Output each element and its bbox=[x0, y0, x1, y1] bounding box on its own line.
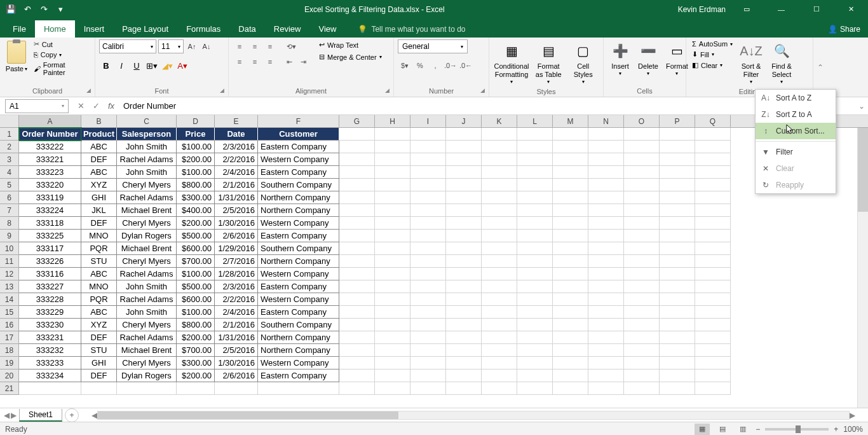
cell-K19[interactable] bbox=[482, 357, 517, 369]
formula-input[interactable]: Order Number bbox=[118, 101, 855, 111]
font-color-button[interactable]: A▾ bbox=[175, 59, 189, 72]
number-launcher[interactable]: ◢ bbox=[478, 86, 487, 95]
tab-insert[interactable]: Insert bbox=[75, 20, 114, 38]
hscroll-right[interactable]: ▶ bbox=[850, 411, 855, 420]
cell-J21[interactable] bbox=[446, 382, 482, 395]
cell-H14[interactable] bbox=[375, 293, 410, 306]
cell-B15[interactable]: ABC bbox=[81, 306, 117, 319]
cell-G7[interactable] bbox=[339, 204, 375, 217]
conditional-formatting-button[interactable]: ▦Conditional Formatting▾ bbox=[493, 39, 530, 86]
cell-M12[interactable] bbox=[553, 268, 588, 280]
cell-K8[interactable] bbox=[482, 217, 517, 230]
cell-D2[interactable]: $100.00 bbox=[177, 141, 215, 153]
clipboard-launcher[interactable]: ◢ bbox=[84, 86, 93, 95]
cell-L2[interactable] bbox=[517, 141, 553, 153]
cell-C2[interactable]: John Smith bbox=[117, 141, 177, 153]
cell-F10[interactable]: Southern Company bbox=[258, 242, 339, 255]
cell-J14[interactable] bbox=[446, 293, 482, 306]
cell-A6[interactable]: 333119 bbox=[19, 191, 81, 204]
menu-custom-sort[interactable]: ↕Custom Sort... bbox=[756, 123, 836, 139]
cell-Q3[interactable] bbox=[695, 153, 731, 166]
fill-color-button[interactable]: ◢▾ bbox=[160, 59, 174, 72]
cell-H2[interactable] bbox=[375, 141, 410, 153]
cell-J6[interactable] bbox=[446, 191, 482, 204]
cell-O1[interactable] bbox=[624, 128, 660, 141]
cell-I2[interactable] bbox=[410, 141, 446, 153]
column-header-I[interactable]: I bbox=[410, 115, 446, 127]
column-header-L[interactable]: L bbox=[517, 115, 553, 127]
cell-I21[interactable] bbox=[410, 382, 446, 395]
cell-F19[interactable]: Western Company bbox=[258, 357, 339, 369]
cell-L17[interactable] bbox=[517, 331, 553, 344]
cell-I13[interactable] bbox=[410, 280, 446, 293]
cell-M10[interactable] bbox=[553, 242, 588, 255]
row-header-5[interactable]: 5 bbox=[0, 179, 19, 191]
cell-P10[interactable] bbox=[660, 242, 695, 255]
cell-Q19[interactable] bbox=[695, 357, 731, 369]
cell-B18[interactable]: STU bbox=[81, 344, 117, 357]
cell-D4[interactable]: $100.00 bbox=[177, 166, 215, 179]
cell-J13[interactable] bbox=[446, 280, 482, 293]
cell-K9[interactable] bbox=[482, 230, 517, 242]
cell-H13[interactable] bbox=[375, 280, 410, 293]
cell-C9[interactable]: Dylan Rogers bbox=[117, 230, 177, 242]
cell-H11[interactable] bbox=[375, 255, 410, 268]
cell-B6[interactable]: GHI bbox=[81, 191, 117, 204]
column-header-M[interactable]: M bbox=[553, 115, 588, 127]
cell-A1[interactable]: Order Number bbox=[19, 128, 81, 141]
horizontal-scrollbar[interactable]: ◀ ▶ bbox=[92, 410, 855, 420]
cell-D5[interactable]: $800.00 bbox=[177, 179, 215, 191]
cell-J7[interactable] bbox=[446, 204, 482, 217]
cell-P11[interactable] bbox=[660, 255, 695, 268]
row-header-11[interactable]: 11 bbox=[0, 255, 19, 268]
hscroll-left[interactable]: ◀ bbox=[92, 411, 97, 420]
cell-C7[interactable]: Michael Brent bbox=[117, 204, 177, 217]
cell-G18[interactable] bbox=[339, 344, 375, 357]
cell-M8[interactable] bbox=[553, 217, 588, 230]
cell-L18[interactable] bbox=[517, 344, 553, 357]
cell-K4[interactable] bbox=[482, 166, 517, 179]
format-painter-button[interactable]: 🖌Format Painter bbox=[32, 60, 91, 77]
cell-F12[interactable]: Western Company bbox=[258, 268, 339, 280]
cell-O15[interactable] bbox=[624, 306, 660, 319]
cell-Q16[interactable] bbox=[695, 319, 731, 331]
cell-B2[interactable]: ABC bbox=[81, 141, 117, 153]
tab-review[interactable]: Review bbox=[265, 20, 310, 38]
cell-E17[interactable]: 1/31/2016 bbox=[215, 331, 258, 344]
cell-N11[interactable] bbox=[588, 255, 624, 268]
align-center-button[interactable]: ≡ bbox=[248, 55, 262, 69]
page-layout-view-button[interactable]: ▤ bbox=[715, 424, 730, 435]
cell-K17[interactable] bbox=[482, 331, 517, 344]
cell-F20[interactable]: Eastern Company bbox=[258, 369, 339, 382]
cell-G4[interactable] bbox=[339, 166, 375, 179]
cell-H1[interactable] bbox=[375, 128, 410, 141]
cell-C10[interactable]: Michael Brent bbox=[117, 242, 177, 255]
cell-F13[interactable]: Eastern Company bbox=[258, 280, 339, 293]
cell-F3[interactable]: Western Company bbox=[258, 153, 339, 166]
cell-N13[interactable] bbox=[588, 280, 624, 293]
cell-D8[interactable]: $200.00 bbox=[177, 217, 215, 230]
cell-I9[interactable] bbox=[410, 230, 446, 242]
cell-F14[interactable]: Western Company bbox=[258, 293, 339, 306]
cell-K2[interactable] bbox=[482, 141, 517, 153]
cell-A4[interactable]: 333223 bbox=[19, 166, 81, 179]
cell-L12[interactable] bbox=[517, 268, 553, 280]
cell-Q18[interactable] bbox=[695, 344, 731, 357]
cell-H12[interactable] bbox=[375, 268, 410, 280]
cell-M13[interactable] bbox=[553, 280, 588, 293]
cell-G2[interactable] bbox=[339, 141, 375, 153]
cell-H15[interactable] bbox=[375, 306, 410, 319]
cell-C14[interactable]: Rachel Adams bbox=[117, 293, 177, 306]
cell-C17[interactable]: Rachel Adams bbox=[117, 331, 177, 344]
cell-F5[interactable]: Southern Company bbox=[258, 179, 339, 191]
tab-view[interactable]: View bbox=[309, 20, 345, 38]
cell-F15[interactable]: Eastern Company bbox=[258, 306, 339, 319]
sheet-nav-prev[interactable]: ◀ bbox=[4, 411, 10, 420]
cell-B12[interactable]: ABC bbox=[81, 268, 117, 280]
cell-O11[interactable] bbox=[624, 255, 660, 268]
cell-O16[interactable] bbox=[624, 319, 660, 331]
cell-F8[interactable]: Western Company bbox=[258, 217, 339, 230]
cell-E21[interactable] bbox=[215, 382, 258, 395]
cell-A2[interactable]: 333222 bbox=[19, 141, 81, 153]
cell-D15[interactable]: $100.00 bbox=[177, 306, 215, 319]
